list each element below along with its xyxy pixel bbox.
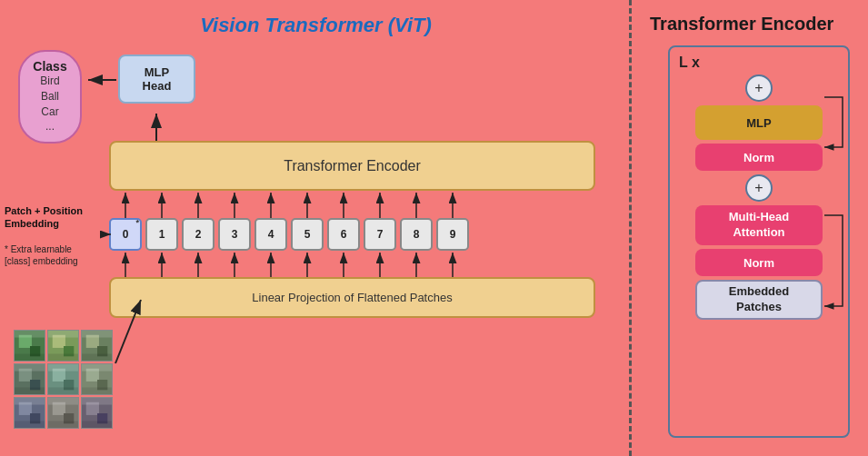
enc-mlp-block: MLP bbox=[695, 105, 823, 140]
patch-token-6: 6 bbox=[327, 218, 360, 251]
class-box: Class Bird Ball Car ... bbox=[18, 50, 82, 144]
class-items: Bird Ball Car ... bbox=[29, 74, 71, 134]
img-patch-7 bbox=[14, 397, 45, 429]
patch-token-7: 7 bbox=[364, 218, 396, 251]
main-container: Vision Transformer (ViT) Class Bird Ball… bbox=[0, 0, 868, 456]
img-patch-9 bbox=[81, 397, 113, 429]
class-label: Class bbox=[29, 59, 71, 74]
patch-token-1: 1 bbox=[145, 218, 178, 251]
img-patch-2 bbox=[47, 330, 79, 362]
patch-tokens-row: 0* 1 2 3 4 5 6 7 8 9 bbox=[109, 218, 595, 251]
embedding-label: Patch + Position Embedding bbox=[5, 204, 105, 231]
encoder-title: Transformer Encoder bbox=[650, 14, 850, 35]
img-patch-5 bbox=[47, 363, 79, 395]
patch-token-0: 0* bbox=[109, 218, 142, 251]
patch-token-3: 3 bbox=[218, 218, 251, 251]
patch-token-9: 9 bbox=[436, 218, 469, 251]
enc-norm-top: Norm bbox=[695, 144, 823, 171]
mlp-head-box: MLP Head bbox=[118, 55, 195, 104]
vit-section: Vision Transformer (ViT) Class Bird Ball… bbox=[0, 0, 632, 456]
encoder-section: Transformer Encoder L x + MLP Norm + bbox=[632, 0, 868, 456]
enc-norm-bot: Norm bbox=[695, 249, 823, 276]
add-circle-top: + bbox=[745, 74, 773, 102]
img-patch-4 bbox=[14, 363, 45, 395]
lx-label: L x bbox=[679, 55, 700, 71]
enc-embedded-patches: EmbeddedPatches bbox=[695, 280, 823, 320]
add-circle-bot: + bbox=[745, 174, 773, 202]
linear-proj-box: Linear Projection of Flattened Patches bbox=[109, 277, 595, 318]
encoder-detail-box: L x + MLP Norm + Multi-HeadAttention bbox=[668, 45, 850, 438]
img-patch-8 bbox=[47, 397, 79, 429]
vit-title: Vision Transformer (ViT) bbox=[18, 14, 614, 37]
patch-token-8: 8 bbox=[400, 218, 433, 251]
img-patch-6 bbox=[81, 363, 113, 395]
transformer-encoder-box: Transformer Encoder bbox=[109, 141, 595, 191]
patch-token-5: 5 bbox=[291, 218, 324, 251]
image-grid bbox=[14, 330, 113, 429]
embedding-note: * Extra learnable [class] embedding bbox=[5, 243, 109, 267]
patch-token-4: 4 bbox=[254, 218, 287, 251]
patch-token-2: 2 bbox=[182, 218, 215, 251]
img-patch-3 bbox=[81, 330, 113, 362]
img-patch-1 bbox=[14, 330, 45, 362]
enc-mha-block: Multi-HeadAttention bbox=[695, 205, 823, 245]
